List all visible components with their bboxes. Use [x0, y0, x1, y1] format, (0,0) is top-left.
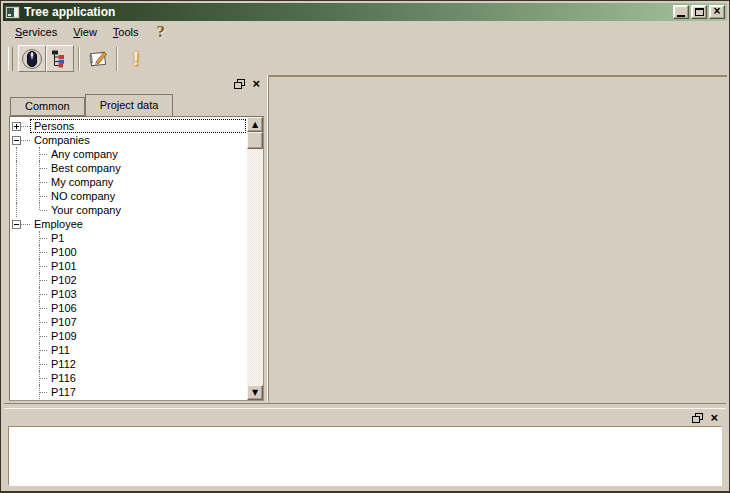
- tab-project-data[interactable]: Project data: [85, 94, 174, 116]
- left-dock-panel: × Common Project data PersonsCompaniesAn…: [3, 75, 268, 402]
- tree-item-label[interactable]: P11: [48, 344, 73, 356]
- toolbar-separator: [78, 47, 80, 71]
- bottom-dock-panel: ×: [3, 409, 727, 489]
- menu-services[interactable]: Services: [7, 23, 65, 41]
- tree-connector: [23, 175, 47, 189]
- tree-item-label[interactable]: P109: [48, 330, 80, 342]
- tree-item-label[interactable]: NO company: [48, 190, 118, 202]
- tree-item-label[interactable]: Persons: [31, 120, 77, 132]
- tree-guide: [10, 175, 23, 189]
- scrollbar-track[interactable]: [247, 149, 263, 385]
- tree-row: P116: [10, 371, 247, 385]
- toolbar-handle[interactable]: [8, 47, 13, 71]
- tree-item-label[interactable]: P102: [48, 274, 80, 286]
- tree-row: Any company: [10, 147, 247, 161]
- tree-row: NO company: [10, 189, 247, 203]
- tree-item-label[interactable]: P112: [48, 358, 79, 370]
- scroll-down-button[interactable]: ▼: [247, 385, 263, 400]
- arrow-down-icon: ▼: [252, 389, 258, 397]
- tree-row: P100: [10, 245, 247, 259]
- window-title: Tree application: [24, 5, 669, 20]
- tree-item-label[interactable]: Employee: [31, 218, 86, 230]
- tree-item-label[interactable]: Any company: [48, 148, 121, 160]
- tree-connector: [21, 134, 30, 141]
- tree-connector: [21, 218, 30, 225]
- scroll-up-button[interactable]: ▲: [247, 117, 263, 132]
- tree-guide: [10, 371, 23, 385]
- mouse-monitor-button[interactable]: [18, 45, 46, 72]
- tree-guide: [10, 259, 23, 273]
- scrollbar-thumb[interactable]: [247, 132, 263, 149]
- float-dock-icon[interactable]: [234, 79, 245, 89]
- tree-guide: [10, 357, 23, 371]
- help-icon[interactable]: ?: [157, 23, 166, 42]
- notepad-button[interactable]: [84, 45, 112, 72]
- menu-tools[interactable]: Tools: [105, 23, 147, 41]
- exclamation-button[interactable]: !: [122, 45, 150, 72]
- tree-connector: [21, 120, 30, 127]
- tree-guide: [10, 161, 23, 175]
- tab-common-label: Common: [25, 100, 70, 112]
- close-dock-icon[interactable]: ×: [252, 79, 260, 89]
- tree-connector: [23, 301, 47, 315]
- tree-row: Persons: [10, 119, 247, 133]
- menu-view[interactable]: View: [65, 23, 105, 41]
- tree-item-label[interactable]: P101: [48, 260, 80, 272]
- tree-item-label[interactable]: P103: [48, 288, 80, 300]
- tree-guide: [10, 385, 23, 399]
- minimize-icon: [677, 15, 685, 17]
- float-dock-icon[interactable]: [692, 413, 703, 423]
- tree-guide: [10, 343, 23, 357]
- tree-rows: PersonsCompaniesAny companyBest companyM…: [10, 117, 247, 400]
- app-icon: [5, 6, 20, 19]
- vertical-scrollbar[interactable]: ▲ ▼: [247, 117, 263, 400]
- tree-item-label[interactable]: P1: [48, 232, 67, 244]
- tree-item-label[interactable]: P100: [48, 246, 80, 258]
- close-button[interactable]: ×: [709, 5, 725, 19]
- tree-view[interactable]: PersonsCompaniesAny companyBest companyM…: [9, 116, 264, 401]
- tree-item-label[interactable]: Your company: [48, 204, 124, 216]
- maximize-icon: [695, 8, 704, 16]
- tree-row: Your company: [10, 203, 247, 217]
- tree-row: Best company: [10, 161, 247, 175]
- tree-guide: [10, 287, 23, 301]
- main-area: × Common Project data PersonsCompaniesAn…: [3, 75, 727, 402]
- tab-common[interactable]: Common: [10, 97, 85, 116]
- tree-connector: [23, 161, 47, 175]
- tree-item-label[interactable]: Companies: [31, 134, 93, 146]
- collapse-minus-icon[interactable]: [12, 220, 21, 229]
- close-icon: ×: [713, 5, 720, 17]
- tree-connector: [23, 287, 47, 301]
- tree-item-label[interactable]: My company: [48, 176, 116, 188]
- tree-guide: [10, 147, 23, 161]
- expand-plus-icon[interactable]: [12, 122, 21, 131]
- tree-item-label[interactable]: P117: [48, 386, 79, 398]
- close-dock-icon[interactable]: ×: [710, 413, 718, 423]
- tree-item-label[interactable]: P106: [48, 302, 80, 314]
- tree-connector: [23, 385, 47, 399]
- arrow-up-icon: ▲: [252, 121, 258, 129]
- tree-row: P112: [10, 357, 247, 371]
- tree-connector: [23, 273, 47, 287]
- notepad-pencil-icon: [87, 48, 110, 69]
- maximize-button[interactable]: [691, 5, 707, 19]
- dock-tabbar: Common Project data: [3, 93, 267, 116]
- tree-item-label[interactable]: P107: [48, 316, 80, 328]
- hierarchy-tree-icon: [50, 49, 70, 69]
- tree-guide: [10, 301, 23, 315]
- tree-connector: [23, 259, 47, 273]
- tree-row: P103: [10, 287, 247, 301]
- tree-item-label[interactable]: Best company: [48, 162, 124, 174]
- minimize-button[interactable]: [673, 5, 689, 19]
- tree-row: P106: [10, 301, 247, 315]
- tree-guide: [10, 189, 23, 203]
- hierarchy-tree-button[interactable]: [46, 45, 74, 72]
- tree-item-label[interactable]: P116: [48, 372, 79, 384]
- tree-row: P109: [10, 329, 247, 343]
- collapse-minus-icon[interactable]: [12, 136, 21, 145]
- tree-guide: [10, 231, 23, 245]
- tree-connector: [23, 329, 47, 343]
- tree-row: Companies: [10, 133, 247, 147]
- tree-connector: [23, 147, 47, 161]
- tree-row: P101: [10, 259, 247, 273]
